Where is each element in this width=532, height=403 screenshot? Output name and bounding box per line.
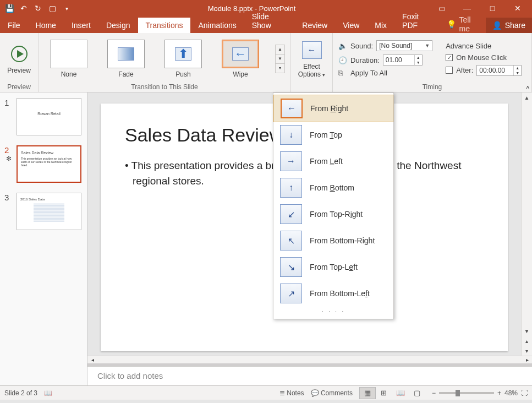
close-icon[interactable]: ✕ bbox=[507, 1, 529, 16]
previous-slide-icon[interactable]: ▴ bbox=[522, 336, 532, 346]
zoom-in-button[interactable]: + bbox=[497, 389, 501, 397]
tab-home[interactable]: Home bbox=[28, 18, 64, 33]
apply-to-all-button[interactable]: ⎘ Apply To All bbox=[338, 69, 432, 77]
gallery-down-icon[interactable]: ▼ bbox=[276, 55, 284, 64]
slide-counter[interactable]: Slide 2 of 3 bbox=[4, 389, 37, 397]
effect-label: From Left bbox=[310, 157, 343, 166]
effect-options-button[interactable]: ← EffectOptions ▾ bbox=[297, 39, 327, 78]
fit-to-window-icon[interactable]: ⛶ bbox=[521, 389, 528, 397]
effect-from-bottom[interactable]: ↑ From Bottom bbox=[273, 175, 393, 201]
notes-pane[interactable]: Click to add notes bbox=[87, 366, 532, 385]
notes-toggle[interactable]: ≣ Notes bbox=[279, 389, 304, 397]
normal-view-button[interactable]: ▦ bbox=[359, 387, 376, 399]
zoom-percent[interactable]: 48% bbox=[504, 389, 518, 397]
transition-none-label: None bbox=[61, 70, 77, 78]
transition-fade[interactable]: Fade bbox=[101, 40, 151, 78]
scroll-up-icon[interactable]: ▲ bbox=[522, 92, 532, 102]
tell-me-label: Tell me bbox=[459, 15, 480, 33]
redo-icon[interactable]: ↻ bbox=[32, 2, 44, 14]
transition-none[interactable]: None bbox=[44, 40, 94, 78]
effect-from-bottom-right[interactable]: ↖ From Bottom-Right bbox=[273, 227, 393, 254]
effect-from-bottom-left[interactable]: ↗ From Bottom-Left bbox=[273, 280, 393, 307]
spin-up-icon[interactable]: ▲ bbox=[415, 55, 422, 60]
scroll-down-icon[interactable]: ▼ bbox=[522, 326, 532, 336]
vertical-scrollbar[interactable]: ▲ ▼ ▴ ▾ bbox=[521, 92, 532, 356]
tab-foxit-pdf[interactable]: Foxit PDF bbox=[394, 9, 441, 33]
scroll-right-icon[interactable]: ▸ bbox=[522, 356, 532, 363]
arrow-up-icon: ↑ bbox=[280, 178, 302, 198]
chevron-down-icon: ▼ bbox=[425, 43, 430, 48]
effect-from-top-right[interactable]: ↙ From Top-Right bbox=[273, 201, 393, 227]
spin-down-icon[interactable]: ▼ bbox=[415, 60, 422, 65]
tab-slide-show[interactable]: Slide Show bbox=[244, 9, 295, 33]
gallery-up-icon[interactable]: ▲ bbox=[276, 45, 284, 55]
gallery-more-icon[interactable]: ▾ bbox=[276, 64, 284, 73]
tell-me[interactable]: 💡 Tell me bbox=[441, 15, 486, 33]
zoom-out-button[interactable]: − bbox=[432, 389, 436, 397]
transition-wipe-thumb: ← bbox=[222, 40, 259, 68]
effect-from-right[interactable]: ← From Right bbox=[273, 95, 393, 122]
on-mouse-click-row[interactable]: ✓ On Mouse Click bbox=[446, 53, 522, 62]
tab-animations[interactable]: Animations bbox=[190, 18, 244, 33]
effect-from-top-left[interactable]: ↘ From Top-Left bbox=[273, 254, 393, 280]
minimize-icon[interactable]: — bbox=[456, 1, 478, 16]
slide-thumb-3[interactable]: 3 2016 Sales Data bbox=[4, 193, 83, 230]
menu-resize-handle[interactable]: · · · · bbox=[273, 307, 393, 317]
tab-view[interactable]: View bbox=[335, 18, 367, 33]
spell-check-icon[interactable]: 📖 bbox=[44, 389, 52, 397]
transition-gallery-scroll[interactable]: ▲ ▼ ▾ bbox=[275, 45, 285, 73]
apply-all-label: Apply To All bbox=[350, 69, 387, 77]
ribbon-tabs: File Home Insert Design Transitions Anim… bbox=[0, 17, 532, 33]
transition-wipe[interactable]: ← Wipe bbox=[216, 40, 265, 78]
after-checkbox[interactable] bbox=[446, 67, 453, 74]
share-icon: 👤 bbox=[492, 21, 502, 30]
horizontal-scrollbar[interactable]: ◂ ▸ bbox=[87, 356, 532, 363]
comments-toggle[interactable]: 💬 Comments bbox=[311, 389, 353, 397]
tab-design[interactable]: Design bbox=[98, 18, 138, 33]
effect-from-top[interactable]: ↓ From Top bbox=[273, 122, 393, 148]
after-input[interactable]: 00:00.00 ▲▼ bbox=[476, 65, 522, 76]
transition-push[interactable]: ⬆ Push bbox=[158, 40, 208, 78]
save-icon[interactable]: 💾 bbox=[3, 2, 15, 14]
sound-value: [No Sound] bbox=[379, 42, 412, 50]
maximize-icon[interactable]: □ bbox=[481, 1, 503, 16]
tab-mix[interactable]: Mix bbox=[367, 18, 394, 33]
slide-thumb-1[interactable]: 1 Rowan Retail bbox=[4, 98, 83, 135]
tab-file[interactable]: File bbox=[0, 18, 28, 33]
tab-transitions[interactable]: Transitions bbox=[138, 18, 191, 33]
spin-up-icon[interactable]: ▲ bbox=[514, 66, 521, 70]
on-mouse-click-checkbox[interactable]: ✓ bbox=[446, 54, 453, 61]
slideshow-view-button[interactable]: ▢ bbox=[409, 387, 425, 399]
workspace: 1 Rowan Retail 2 ✻ Sales Data Review Thi… bbox=[0, 92, 532, 385]
effect-from-left[interactable]: → From Left bbox=[273, 148, 393, 175]
status-bar: Slide 2 of 3 📖 ≣ Notes 💬 Comments ▦ ⊞ 📖 … bbox=[0, 385, 532, 400]
scroll-track[interactable] bbox=[522, 102, 532, 326]
tab-review[interactable]: Review bbox=[294, 18, 335, 33]
undo-icon[interactable]: ↶ bbox=[18, 2, 30, 14]
slide-sorter-view-button[interactable]: ⊞ bbox=[376, 387, 392, 399]
advance-slide-label: Advance Slide bbox=[446, 42, 522, 50]
zoom-slider[interactable] bbox=[439, 392, 494, 394]
effect-label: From Top-Left bbox=[310, 263, 358, 271]
effect-label: From Top bbox=[310, 130, 342, 139]
share-button[interactable]: 👤 Share bbox=[486, 18, 532, 33]
on-mouse-click-label: On Mouse Click bbox=[456, 53, 507, 62]
start-from-beginning-icon[interactable]: ▢ bbox=[46, 2, 58, 14]
zoom-slider-thumb[interactable] bbox=[456, 390, 460, 396]
tab-insert[interactable]: Insert bbox=[64, 18, 98, 33]
next-slide-icon[interactable]: ▾ bbox=[522, 346, 532, 356]
scroll-track-h[interactable] bbox=[97, 356, 522, 363]
group-preview-label: Preview bbox=[6, 82, 32, 91]
after-row[interactable]: After: 00:00.00 ▲▼ bbox=[446, 65, 522, 76]
slide-thumb-2[interactable]: 2 ✻ Sales Data Review This presentation … bbox=[4, 145, 83, 183]
sound-combo[interactable]: [No Sound] ▼ bbox=[376, 40, 432, 51]
duration-input[interactable]: 01.00 ▲▼ bbox=[383, 55, 423, 66]
spin-down-icon[interactable]: ▼ bbox=[514, 70, 521, 75]
reading-view-button[interactable]: 📖 bbox=[392, 387, 409, 399]
collapse-ribbon-icon[interactable]: ʌ bbox=[526, 84, 530, 91]
preview-button[interactable]: Preview bbox=[6, 43, 32, 74]
sound-icon: 🔈 bbox=[338, 42, 347, 50]
transition-fade-thumb bbox=[107, 40, 145, 68]
scroll-left-icon[interactable]: ◂ bbox=[87, 356, 97, 363]
qat-customize-icon[interactable]: ▾ bbox=[61, 2, 73, 14]
